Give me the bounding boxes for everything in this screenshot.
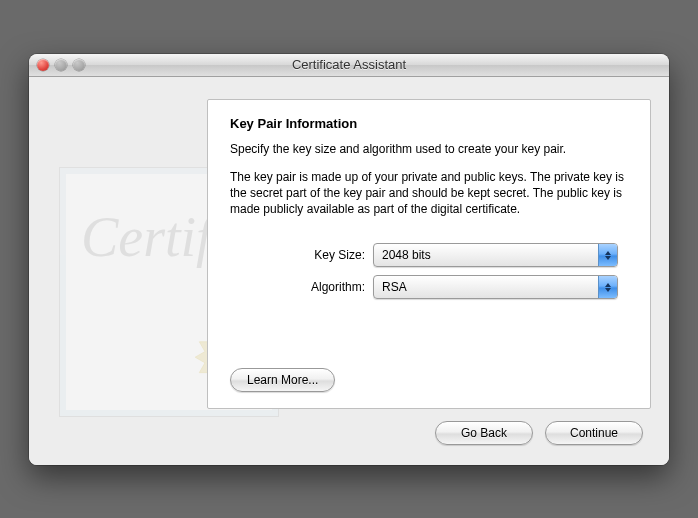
- dropdown-arrows-icon: [598, 244, 617, 266]
- go-back-button[interactable]: Go Back: [435, 421, 533, 445]
- dropdown-arrows-icon: [598, 276, 617, 298]
- page-title: Key Pair Information: [230, 116, 628, 131]
- dialog-body: Certif Key Pair Information Specify the …: [29, 77, 669, 465]
- description-paragraph: The key pair is made up of your private …: [230, 169, 628, 218]
- continue-button[interactable]: Continue: [545, 421, 643, 445]
- keysize-label: Key Size:: [230, 248, 373, 262]
- keysize-value: 2048 bits: [382, 248, 431, 262]
- learn-more-button[interactable]: Learn More...: [230, 368, 335, 392]
- window-title: Certificate Assistant: [29, 57, 669, 72]
- keysize-select[interactable]: 2048 bits: [373, 243, 618, 267]
- algorithm-label: Algorithm:: [230, 280, 373, 294]
- algorithm-row: Algorithm: RSA: [230, 275, 628, 299]
- dialog-footer: Go Back Continue: [47, 409, 651, 451]
- certificate-signature: Certif: [81, 205, 212, 269]
- keysize-row: Key Size: 2048 bits: [230, 243, 628, 267]
- algorithm-value: RSA: [382, 280, 407, 294]
- dialog-window: Certificate Assistant Certif Key Pair In…: [29, 54, 669, 465]
- title-bar: Certificate Assistant: [29, 54, 669, 77]
- description-paragraph: Specify the key size and algorithm used …: [230, 141, 628, 157]
- algorithm-select[interactable]: RSA: [373, 275, 618, 299]
- content-panel: Key Pair Information Specify the key siz…: [207, 99, 651, 409]
